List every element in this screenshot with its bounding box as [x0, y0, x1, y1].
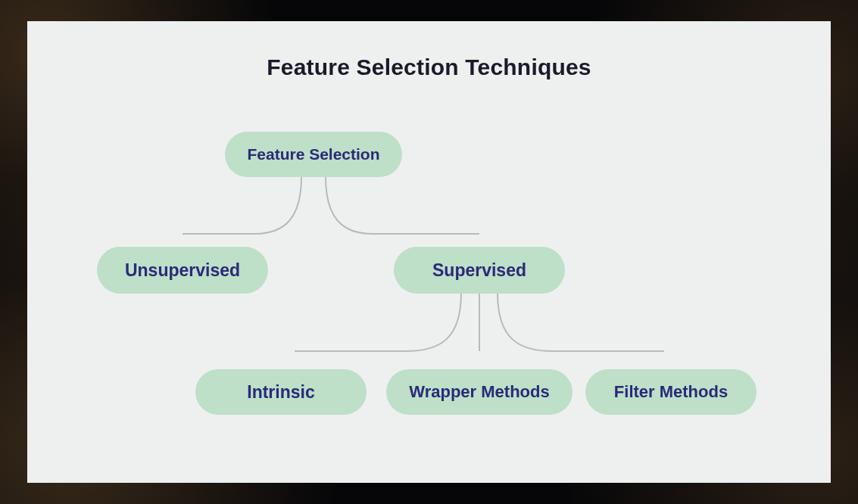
node-label: Feature Selection — [247, 145, 379, 163]
node-unsupervised: Unsupervised — [97, 247, 268, 294]
outer-frame: Feature Selection Techniques Feature Sel… — [0, 0, 858, 504]
node-supervised: Supervised — [394, 247, 565, 294]
node-feature-selection: Feature Selection — [225, 132, 402, 177]
node-label: Supervised — [432, 260, 526, 281]
node-label: Wrapper Methods — [409, 382, 549, 402]
node-intrinsic: Intrinsic — [195, 369, 367, 415]
diagram-panel: Feature Selection Techniques Feature Sel… — [27, 21, 831, 483]
node-wrapper-methods: Wrapper Methods — [386, 369, 573, 415]
node-filter-methods: Filter Methods — [585, 369, 757, 415]
node-label: Intrinsic — [247, 382, 314, 403]
node-label: Unsupervised — [125, 260, 240, 281]
node-label: Filter Methods — [614, 382, 728, 402]
